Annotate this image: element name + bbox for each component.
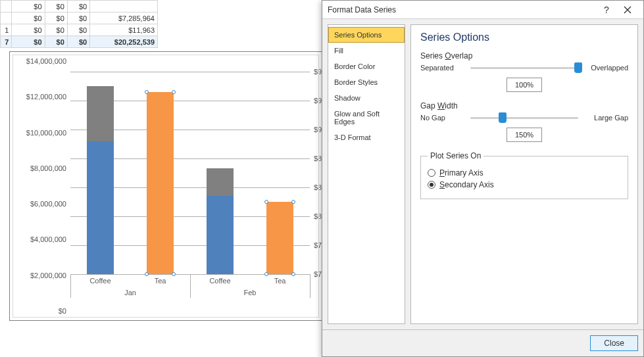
bar-gray[interactable]: [207, 168, 234, 196]
format-data-series-dialog: Format Data Series ? Series OptionsFillB…: [322, 0, 644, 357]
y-axis-label: $14,000,000: [26, 57, 66, 65]
y2-axis-label: $7: [314, 270, 322, 278]
bar-orange[interactable]: [147, 92, 174, 274]
cell[interactable]: $0: [12, 36, 45, 48]
bar-blue[interactable]: [207, 196, 234, 274]
overlap-right-label: Overlapped: [585, 64, 628, 72]
y-axis-label: $10,000,000: [26, 129, 66, 137]
y2-axis-label: $8: [314, 155, 322, 162]
y2-axis-label: $9: [314, 68, 322, 76]
nav-item-border-styles[interactable]: Border Styles: [328, 74, 405, 90]
y2-axis-label: $8: [314, 183, 322, 191]
x-axis-label: Tea: [155, 277, 166, 285]
overlap-left-label: Separated: [420, 64, 464, 72]
gap-width-label: Gap Width: [420, 101, 628, 110]
cell[interactable]: [1, 1, 12, 12]
selection-handle[interactable]: [291, 272, 295, 276]
cell[interactable]: $0: [45, 12, 67, 24]
gap-left-label: No Gap: [420, 114, 464, 122]
bar-orange[interactable]: [266, 202, 293, 274]
gap-thumb[interactable]: [499, 112, 507, 123]
y-axis-label: $0: [59, 307, 66, 315]
cell[interactable]: $0: [12, 1, 45, 12]
nav-item-series-options[interactable]: Series Options: [328, 27, 405, 43]
selection-handle[interactable]: [264, 272, 268, 276]
y-axis-label: $12,000,000: [26, 93, 66, 101]
plot-series-on-legend: Plot Series On: [428, 151, 483, 160]
x-axis-group-label: Feb: [244, 289, 257, 297]
bar-blue[interactable]: [87, 141, 114, 274]
help-button[interactable]: ?: [596, 3, 617, 17]
cell[interactable]: $0: [67, 1, 89, 12]
selection-handle[interactable]: [172, 272, 176, 276]
cell[interactable]: $0: [12, 24, 45, 36]
selection-handle[interactable]: [264, 200, 268, 204]
selection-handle[interactable]: [145, 90, 149, 94]
cell[interactable]: $7,285,964: [90, 12, 158, 24]
cell[interactable]: $20,252,539: [90, 36, 158, 48]
cell[interactable]: $0: [45, 36, 67, 48]
cell[interactable]: [90, 1, 158, 12]
x-axis-label: Coffee: [89, 277, 111, 285]
dialog-footer: Close: [322, 329, 643, 356]
cell[interactable]: $0: [67, 36, 89, 48]
selection-handle[interactable]: [291, 200, 295, 204]
cell[interactable]: [1, 12, 12, 24]
y2-axis-label: $7: [314, 241, 322, 249]
cell[interactable]: 1: [1, 24, 12, 36]
y2-axis-label: $8: [314, 212, 322, 220]
content-heading: Series Options: [420, 32, 628, 43]
y-axis-label: $2,000,000: [30, 272, 66, 279]
cell[interactable]: $0: [67, 24, 89, 36]
cell[interactable]: $0: [67, 12, 89, 24]
nav-item-fill[interactable]: Fill: [328, 43, 405, 59]
nav-item-3-d-format[interactable]: 3-D Format: [328, 130, 405, 145]
close-icon[interactable]: [617, 3, 638, 17]
worksheet-cells: $0 $0 $0 $0 $0 $0 $7,285,964 1 $0 $0 $0 …: [0, 0, 322, 48]
overlap-thumb[interactable]: [574, 62, 582, 73]
cell[interactable]: $0: [45, 24, 67, 36]
dialog-content: Series Options Series Overlap Separated …: [410, 24, 638, 324]
y2-axis-label: $9: [314, 97, 322, 105]
y-axis-label: $8,000,000: [30, 164, 66, 172]
series-overlap-label: Series Overlap: [420, 51, 628, 60]
secondary-axis-radio[interactable]: Secondary Axis: [428, 180, 621, 189]
nav-item-shadow[interactable]: Shadow: [328, 90, 405, 106]
x-axis-label: Coffee: [209, 277, 230, 285]
cell[interactable]: $0: [45, 1, 67, 12]
cell[interactable]: $0: [12, 12, 45, 24]
x-axis-group-label: Jan: [124, 289, 136, 297]
embedded-chart[interactable]: $7$7$8$8$8$9$9$9CoffeeTeaCoffeeTeaJanFeb…: [9, 51, 322, 321]
nav-item-border-color[interactable]: Border Color: [328, 59, 405, 74]
x-axis-label: Tea: [274, 277, 286, 285]
gap-right-label: Large Gap: [585, 114, 628, 122]
cell[interactable]: 7: [1, 36, 12, 48]
dialog-title: Format Data Series: [328, 5, 596, 14]
gap-value-input[interactable]: 150%: [507, 128, 542, 142]
gap-slider[interactable]: [470, 112, 578, 124]
primary-axis-radio[interactable]: Primary Axis: [428, 168, 621, 178]
y-axis-label: $4,000,000: [30, 235, 66, 243]
close-button[interactable]: Close: [590, 335, 638, 351]
nav-item-glow-and-soft-edges[interactable]: Glow and Soft Edges: [328, 106, 405, 130]
overlap-slider[interactable]: [470, 62, 578, 74]
y2-axis-label: $9: [314, 126, 322, 133]
dialog-titlebar: Format Data Series ?: [322, 1, 643, 19]
selection-handle[interactable]: [145, 272, 149, 276]
y-axis-label: $6,000,000: [30, 200, 66, 208]
cell[interactable]: $11,963: [90, 24, 158, 36]
dialog-nav: Series OptionsFillBorder ColorBorder Sty…: [328, 24, 405, 324]
plot-series-on-group: Plot Series On Primary Axis Secondary Ax…: [420, 151, 628, 199]
overlap-value-input[interactable]: 100%: [507, 78, 542, 92]
bar-gray[interactable]: [87, 86, 114, 141]
plot-area[interactable]: $7$7$8$8$8$9$9$9CoffeeTeaCoffeeTeaJanFeb: [70, 72, 310, 274]
selection-handle[interactable]: [172, 90, 176, 94]
